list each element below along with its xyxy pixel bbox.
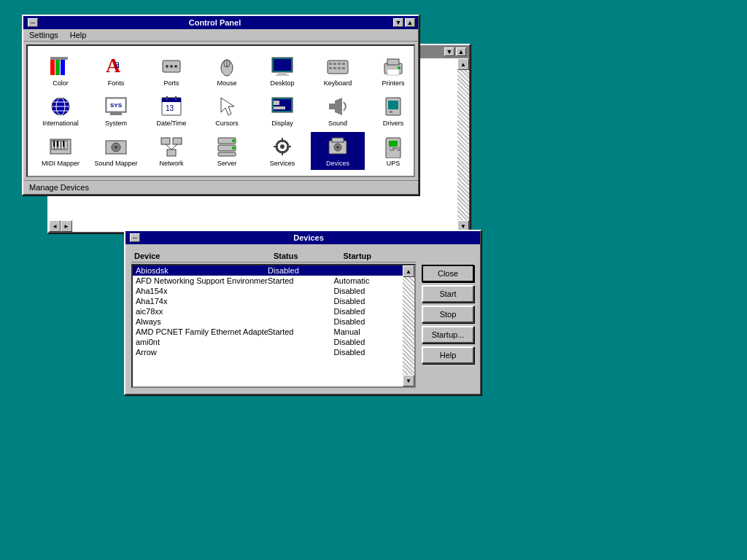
svg-marker-44	[221, 98, 234, 115]
device-name: AFD Networking Support Environment	[136, 276, 268, 285]
cp-icon-img-cursors	[215, 95, 239, 118]
devices-table-header: Device Status Startup	[131, 250, 416, 262]
cp-icon-img-display	[271, 95, 294, 118]
device-status	[268, 338, 334, 346]
svg-rect-56	[55, 141, 57, 149]
device-row[interactable]: ami0ntDisabled	[133, 337, 403, 347]
col-header-device: Device	[134, 252, 274, 260]
help-button[interactable]: Help	[422, 346, 474, 364]
bg-scroll-right[interactable]: ►	[61, 220, 72, 232]
cp-icon-keyboard[interactable]: Keyboard	[311, 52, 365, 90]
device-row[interactable]: aic78xxDisabled	[133, 306, 403, 316]
cp-icon-devices[interactable]: Devices	[311, 132, 365, 171]
cp-icon-fonts[interactable]: AaFonts	[89, 52, 143, 90]
svg-rect-18	[329, 63, 332, 65]
svg-point-7	[166, 65, 169, 68]
cp-icon-server[interactable]: Server	[200, 132, 254, 171]
svg-rect-14	[274, 59, 291, 71]
control-panel-minimize[interactable]: ▼	[393, 18, 403, 27]
device-startup: Disabled	[334, 348, 400, 357]
cp-icon-label-devices: Devices	[326, 160, 349, 168]
devices-titlebar: ─ Devices	[125, 231, 480, 244]
bg-maximize[interactable]: ▲	[456, 47, 466, 56]
device-startup: Automatic	[334, 276, 400, 285]
cp-icon-international[interactable]: International	[34, 92, 88, 131]
devices-list[interactable]: AbiosdskDisabledAFD Networking Support E…	[133, 265, 403, 386]
cp-icon-mouse[interactable]: Mouse	[200, 52, 254, 90]
stop-button[interactable]: Stop	[422, 306, 474, 323]
device-row[interactable]: AFD Networking Support EnvironmentStarte…	[133, 276, 403, 286]
cp-icon-services[interactable]: Services	[255, 132, 309, 171]
device-row[interactable]: AMD PCNET Family Ethernet Adapter DriveS…	[133, 327, 403, 337]
cp-icon-midimapper[interactable]: MIDI Mapper	[34, 132, 88, 171]
device-row[interactable]: Aha174xDisabled	[133, 296, 403, 306]
device-startup: Disabled	[334, 338, 400, 346]
device-startup: Disabled	[334, 317, 400, 326]
devices-system-menu[interactable]: ─	[130, 233, 140, 242]
control-panel-system-menu[interactable]: ─	[28, 18, 38, 27]
svg-point-75	[232, 147, 235, 149]
cp-icon-label-sound: Sound	[328, 120, 347, 128]
device-startup: Disabled	[334, 297, 400, 306]
devices-buttons: Close Start Stop Startup... Help	[422, 250, 474, 388]
cp-icon-label-color: Color	[53, 79, 69, 88]
bg-scroll-left[interactable]: ◄	[49, 220, 61, 232]
svg-line-69	[166, 144, 171, 149]
device-status: Disabled	[268, 266, 334, 275]
menu-help[interactable]: Help	[67, 30, 90, 40]
cp-icon-drivers[interactable]: Drivers	[366, 92, 420, 131]
cp-icon-img-ups: UPS	[382, 135, 405, 158]
device-row[interactable]: Aha154xDisabled	[133, 286, 403, 296]
cp-icon-ports[interactable]: Ports	[144, 52, 198, 90]
svg-rect-23	[333, 67, 336, 69]
cp-icon-datetime[interactable]: 13Date/Time	[144, 92, 198, 131]
cp-icon-img-ports	[160, 55, 183, 78]
control-panel-window: ─ Control Panel ▼ ▲ Settings Help ColorA…	[22, 15, 419, 195]
cp-icon-cursors[interactable]: Cursors	[200, 92, 254, 131]
svg-rect-59	[65, 141, 67, 149]
start-button[interactable]: Start	[422, 285, 474, 303]
cp-icon-color[interactable]: Color	[34, 52, 88, 90]
cp-icon-label-cursors: Cursors	[215, 120, 239, 128]
cp-icon-desktop[interactable]: Desktop	[255, 52, 309, 90]
devices-scroll-up[interactable]: ▲	[403, 265, 414, 277]
cp-icon-printers[interactable]: Printers	[366, 52, 420, 90]
svg-rect-19	[333, 63, 336, 65]
cp-icon-label-drivers: Drivers	[383, 120, 404, 128]
cp-icon-label-mouse: Mouse	[217, 79, 236, 88]
svg-rect-53	[390, 111, 392, 113]
close-button[interactable]: Close	[422, 265, 474, 282]
cp-icon-display[interactable]: Display	[255, 92, 309, 131]
cp-icon-network[interactable]: Network	[144, 132, 198, 171]
startup-button[interactable]: Startup...	[422, 326, 474, 343]
svg-rect-27	[387, 59, 399, 65]
menu-settings[interactable]: Settings	[26, 30, 61, 40]
cp-icon-label-ups: UPS	[387, 160, 400, 168]
control-panel-maximize[interactable]: ▲	[405, 18, 415, 27]
device-name: Abiosdsk	[136, 266, 268, 275]
cp-icon-label-server: Server	[217, 160, 237, 168]
cp-icon-soundmapper[interactable]: Sound Mapper	[89, 132, 143, 171]
devices-content: Device Status Startup AbiosdskDisabledAF…	[125, 244, 480, 394]
svg-rect-73	[218, 152, 236, 156]
cp-icon-sound[interactable]: Sound	[311, 92, 365, 131]
devices-scroll-down[interactable]: ▼	[403, 375, 414, 386]
devices-title: Devices	[140, 233, 477, 242]
cp-icon-ups[interactable]: UPSUPS	[366, 132, 420, 171]
svg-rect-20	[338, 63, 341, 65]
svg-rect-21	[342, 63, 345, 65]
svg-point-74	[232, 139, 235, 142]
device-row[interactable]: AbiosdskDisabled	[133, 265, 403, 276]
device-row[interactable]: ArrowDisabled	[133, 347, 403, 357]
cp-icon-img-devices	[326, 135, 349, 158]
bg-minimize[interactable]: ▼	[444, 47, 454, 56]
cp-icon-system[interactable]: SYSSystem	[89, 92, 143, 131]
device-status: Started	[268, 276, 334, 285]
device-name: Always	[136, 317, 268, 326]
bg-scroll-up[interactable]: ▲	[457, 58, 469, 70]
device-row[interactable]: AlwaysDisabled	[133, 316, 403, 327]
device-name: AMD PCNET Family Ethernet Adapter Drive	[136, 327, 268, 336]
svg-rect-16	[276, 74, 289, 76]
cp-icon-img-sound	[326, 95, 349, 118]
svg-point-65	[115, 146, 117, 149]
